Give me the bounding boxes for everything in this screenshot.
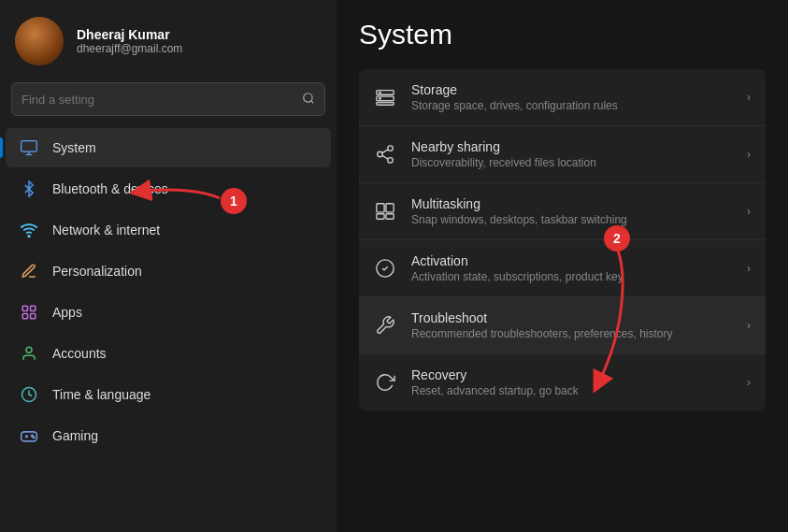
svg-rect-6 [22, 306, 27, 310]
gaming-icon [19, 425, 39, 446]
settings-subtitle-recovery: Reset, advanced startup, go back [411, 384, 732, 397]
main-content: System Storage Storage space, drives, co… [337, 0, 788, 532]
svg-point-5 [28, 236, 30, 237]
svg-point-10 [26, 347, 32, 352]
sidebar-item-label-time: Time & language [52, 387, 150, 402]
settings-text-recovery: Recovery Reset, advanced startup, go bac… [411, 367, 732, 397]
svg-point-22 [388, 146, 394, 151]
svg-line-1 [311, 100, 314, 103]
sidebar-item-apps[interactable]: Apps [6, 293, 331, 332]
svg-rect-30 [386, 214, 394, 220]
personalization-icon [19, 261, 39, 281]
storage-icon [374, 86, 396, 108]
chevron-icon-activation: › [747, 262, 751, 275]
recovery-icon [374, 371, 396, 394]
settings-title-troubleshoot: Troubleshoot [411, 310, 732, 325]
chevron-icon-storage: › [747, 91, 751, 104]
system-icon [19, 137, 39, 158]
svg-point-21 [380, 98, 380, 99]
settings-text-activation: Activation Activation state, subscriptio… [411, 253, 732, 283]
svg-rect-28 [386, 204, 394, 212]
sidebar-item-label-network: Network & internet [52, 223, 160, 237]
settings-title-multitasking: Multitasking [411, 196, 732, 211]
svg-rect-19 [377, 103, 394, 106]
user-name: Dheeraj Kumar [77, 27, 182, 42]
user-profile[interactable]: Dheeraj Kumar dheerajff@gmail.com [0, 0, 337, 79]
bluetooth-icon [19, 179, 39, 199]
chevron-icon-troubleshoot: › [747, 319, 751, 332]
troubleshoot-icon [374, 314, 396, 337]
sidebar-item-label-apps: Apps [52, 305, 82, 320]
settings-item-activation[interactable]: Activation Activation state, subscriptio… [359, 240, 766, 297]
settings-text-multitasking: Multitasking Snap windows, desktops, tas… [411, 196, 732, 226]
svg-rect-9 [31, 314, 36, 319]
sidebar-item-gaming[interactable]: Gaming [6, 416, 331, 455]
svg-point-16 [33, 437, 35, 439]
apps-icon [19, 302, 39, 323]
settings-title-nearby-sharing: Nearby sharing [411, 139, 732, 154]
user-info: Dheeraj Kumar dheerajff@gmail.com [77, 27, 182, 55]
sidebar-item-label-personalization: Personalization [52, 264, 142, 279]
sidebar-item-personalization[interactable]: Personalization [6, 252, 331, 291]
chevron-icon-multitasking: › [747, 205, 751, 218]
svg-rect-8 [22, 314, 27, 319]
svg-point-20 [380, 92, 380, 93]
chevron-icon-nearby-sharing: › [747, 148, 751, 161]
svg-point-23 [378, 151, 383, 157]
settings-item-multitasking[interactable]: Multitasking Snap windows, desktops, tas… [359, 183, 766, 240]
svg-rect-29 [377, 214, 384, 220]
time-icon [19, 384, 39, 405]
settings-subtitle-multitasking: Snap windows, desktops, taskbar switchin… [411, 213, 732, 226]
settings-item-nearby-sharing[interactable]: Nearby sharing Discoverability, received… [359, 126, 766, 183]
sidebar-item-time[interactable]: Time & language [6, 375, 331, 414]
settings-item-recovery[interactable]: Recovery Reset, advanced startup, go bac… [359, 354, 766, 410]
accounts-icon [19, 343, 39, 364]
sidebar-item-network[interactable]: Network & internet [6, 210, 331, 250]
sidebar-item-label-gaming: Gaming [52, 428, 98, 443]
network-icon [19, 220, 39, 240]
settings-subtitle-nearby-sharing: Discoverability, received files location [411, 156, 732, 169]
svg-point-0 [304, 93, 312, 101]
settings-item-storage[interactable]: Storage Storage space, drives, configura… [359, 69, 766, 126]
multitasking-icon [374, 200, 396, 223]
settings-title-activation: Activation [411, 253, 732, 268]
sidebar-item-label-accounts: Accounts [52, 346, 107, 361]
settings-subtitle-troubleshoot: Recommended troubleshooters, preferences… [411, 327, 732, 340]
sidebar-item-accounts[interactable]: Accounts [6, 334, 331, 373]
nearby-sharing-icon [374, 143, 396, 165]
svg-line-25 [382, 155, 388, 159]
search-input[interactable] [21, 93, 302, 107]
svg-point-24 [388, 158, 394, 164]
svg-rect-27 [377, 204, 384, 212]
search-bar[interactable] [11, 82, 325, 116]
settings-text-troubleshoot: Troubleshoot Recommended troubleshooters… [411, 310, 732, 340]
settings-text-storage: Storage Storage space, drives, configura… [411, 82, 732, 112]
sidebar-item-label-bluetooth: Bluetooth & devices [52, 181, 168, 196]
avatar [15, 17, 64, 65]
sidebar-item-bluetooth[interactable]: Bluetooth & devices [6, 169, 331, 208]
user-email: dheerajff@gmail.com [77, 42, 182, 55]
settings-subtitle-activation: Activation state, subscriptions, product… [411, 270, 732, 283]
page-title: System [359, 19, 766, 50]
settings-item-troubleshoot[interactable]: Troubleshoot Recommended troubleshooters… [359, 297, 766, 354]
settings-text-nearby-sharing: Nearby sharing Discoverability, received… [411, 139, 732, 169]
activation-icon [374, 257, 396, 280]
sidebar-item-label-system: System [52, 140, 96, 155]
settings-title-storage: Storage [411, 82, 732, 97]
svg-rect-2 [21, 141, 37, 152]
settings-title-recovery: Recovery [411, 367, 732, 382]
chevron-icon-recovery: › [747, 376, 751, 389]
svg-rect-7 [31, 306, 36, 310]
nav-list: System Bluetooth & devices [0, 123, 337, 460]
sidebar-item-system[interactable]: System [6, 128, 331, 167]
search-icon [302, 92, 315, 108]
settings-list: Storage Storage space, drives, configura… [359, 69, 766, 410]
sidebar: Dheeraj Kumar dheerajff@gmail.com [0, 0, 337, 532]
svg-line-26 [382, 150, 388, 153]
settings-subtitle-storage: Storage space, drives, configuration rul… [411, 99, 732, 112]
